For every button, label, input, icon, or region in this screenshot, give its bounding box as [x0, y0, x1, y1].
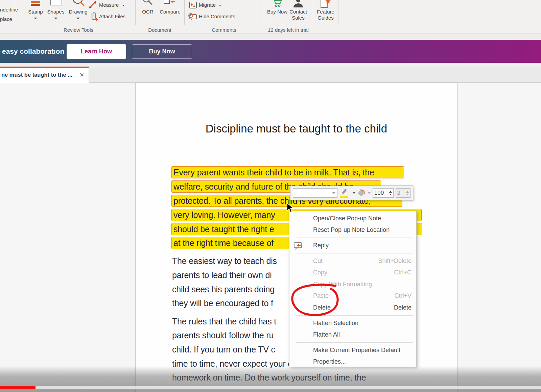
- compare-icon: [163, 0, 177, 7]
- mouse-cursor-icon: [286, 203, 295, 214]
- document-heading: Discipline must be taught to the child: [135, 122, 457, 135]
- attach-files-label: Attach Files: [99, 14, 125, 19]
- shapes-icon: [49, 0, 63, 6]
- document-text-line: child. If you turn on the TV c: [172, 345, 275, 354]
- feature-guides-button[interactable]: Feature Guides: [315, 9, 336, 21]
- menu-item-open-close-popup-note[interactable]: Open/Close Pop-up Note: [289, 213, 416, 224]
- document-canvas[interactable]: Discipline must be taught to the child E…: [0, 83, 541, 392]
- stamp-label: Stamp: [26, 9, 45, 15]
- line-width-value: 2: [397, 190, 405, 196]
- chevron-down-icon: [332, 192, 335, 194]
- chevron-down-icon: [122, 5, 125, 6]
- banner-buy-now-button[interactable]: Buy Now: [132, 44, 192, 59]
- app-window: nderline place Stamp Shapes Drawing: [0, 0, 541, 392]
- contact-sales-button[interactable]: Contact Sales: [287, 9, 309, 21]
- menu-item-paste: Paste Ctrl+V: [289, 290, 416, 302]
- chevron-down-icon: [54, 18, 57, 19]
- highlighter-icon: [339, 188, 348, 198]
- ocr-button[interactable]: OCR: [140, 9, 156, 15]
- menu-item-reply[interactable]: Reply: [289, 240, 416, 251]
- menu-separator: [296, 238, 413, 238]
- replace-partial-label[interactable]: place: [0, 16, 12, 22]
- shapes-button[interactable]: Shapes: [45, 9, 66, 20]
- stamp-icon: [29, 0, 42, 7]
- buy-now-label: Buy Now: [266, 9, 288, 15]
- comments-group-label: Comments: [184, 27, 264, 33]
- ocr-icon: [142, 0, 154, 7]
- spinner-arrows-icon: [406, 191, 409, 195]
- attach-files-button[interactable]: Attach Files: [99, 14, 125, 19]
- menu-separator: [296, 342, 413, 343]
- buy-now-button[interactable]: Buy Now: [266, 9, 288, 15]
- drawing-button[interactable]: Drawing: [67, 9, 89, 20]
- contact-sales-label: Contact Sales: [287, 9, 309, 21]
- underline-partial-label[interactable]: nderline: [0, 7, 18, 13]
- close-icon[interactable]: ×: [78, 71, 86, 79]
- measure-button[interactable]: Measure: [99, 2, 125, 8]
- menu-item-flatten-all[interactable]: Flatten All: [289, 329, 416, 341]
- measure-icon: [88, 0, 97, 9]
- hide-comments-button[interactable]: Hide Comments: [199, 14, 235, 19]
- annotation-properties-toolbar: 100 2: [290, 186, 413, 200]
- document-tab-title: ne must be taught to the ...: [1, 72, 77, 78]
- hide-comments-label: Hide Comments: [199, 14, 235, 19]
- migrate-icon: [189, 1, 197, 9]
- menu-item-cut: Cut Shift+Delete: [289, 255, 416, 267]
- menu-item-delete[interactable]: Delete Delete: [289, 302, 416, 314]
- migrate-label: Migrate: [199, 2, 216, 8]
- line-width-spinner: 2: [396, 188, 410, 198]
- ribbon-toolbar: nderline place Stamp Shapes Drawing: [0, 0, 541, 34]
- migrate-button[interactable]: Migrate: [199, 2, 221, 8]
- spinner-arrows-icon[interactable]: [389, 191, 392, 195]
- menu-item-copy-with-formatting: Copy With Formatting: [289, 278, 416, 290]
- ribbon-divider: [313, 0, 313, 25]
- droplet-icon: [357, 188, 366, 197]
- document-text-line: parents to lead their own di: [172, 270, 272, 280]
- opacity-value: 100: [374, 190, 388, 196]
- document-text-line: parents should follow the ru: [172, 330, 274, 340]
- document-text-line: they will be encouraged to f: [172, 298, 273, 308]
- compare-label: Compare: [158, 9, 182, 15]
- banner-message: easy collaboration: [2, 47, 64, 55]
- shapes-label: Shapes: [45, 9, 66, 15]
- chevron-down-icon[interactable]: [353, 192, 355, 194]
- video-progress-fill: [0, 386, 36, 389]
- menu-item-copy: Copy Ctrl+C: [289, 267, 416, 278]
- ribbon-divider: [338, 0, 338, 25]
- context-menu: Open/Close Pop-up Note Reset Pop-up Note…: [289, 211, 417, 367]
- feature-guides-label: Feature Guides: [315, 9, 336, 21]
- compare-button[interactable]: Compare: [158, 9, 182, 15]
- stamp-button[interactable]: Stamp: [26, 9, 45, 20]
- ribbon-divider: [135, 0, 136, 25]
- document-tab-bar: ne must be taught to the ... ×: [0, 67, 541, 83]
- menu-item-flatten-selection[interactable]: Flatten Selection: [289, 317, 416, 329]
- menu-separator: [296, 253, 413, 253]
- chevron-down-icon: [368, 192, 371, 194]
- ribbon-divider: [184, 0, 185, 25]
- hide-comments-icon: [188, 13, 197, 22]
- chevron-down-icon: [76, 18, 80, 19]
- document-tab[interactable]: ne must be taught to the ... ×: [0, 67, 89, 83]
- measure-label: Measure: [99, 2, 119, 8]
- menu-item-reset-popup-note-location[interactable]: Reset Pop-up Note Location: [289, 224, 416, 236]
- chevron-down-icon: [219, 5, 221, 6]
- fill-color-button[interactable]: [357, 188, 366, 198]
- ribbon-divider: [264, 0, 264, 25]
- highlight-annotation[interactable]: Every parent wants their child to be in …: [171, 166, 404, 178]
- ocr-label: OCR: [140, 9, 156, 15]
- document-group-label: Document: [135, 27, 184, 33]
- style-combobox[interactable]: [293, 188, 337, 198]
- buy-now-icon: [272, 0, 283, 7]
- drawing-label: Drawing: [67, 9, 89, 15]
- learn-how-button[interactable]: Learn How: [67, 44, 126, 59]
- toolbar-bottom-strip: [0, 34, 541, 40]
- menu-item-make-current-properties-default[interactable]: Make Current Properties Default: [289, 344, 416, 356]
- menu-separator: [296, 315, 413, 316]
- video-player-scrim: [0, 366, 541, 392]
- highlighter-color-button[interactable]: [339, 188, 351, 198]
- opacity-spinner[interactable]: 100: [373, 188, 394, 198]
- video-progress-bar[interactable]: [0, 386, 541, 389]
- trial-group-label: 12 days left in trial: [264, 27, 313, 33]
- ribbon-divider: [15, 0, 15, 25]
- document-text-line: child sees his parents doing: [172, 285, 275, 294]
